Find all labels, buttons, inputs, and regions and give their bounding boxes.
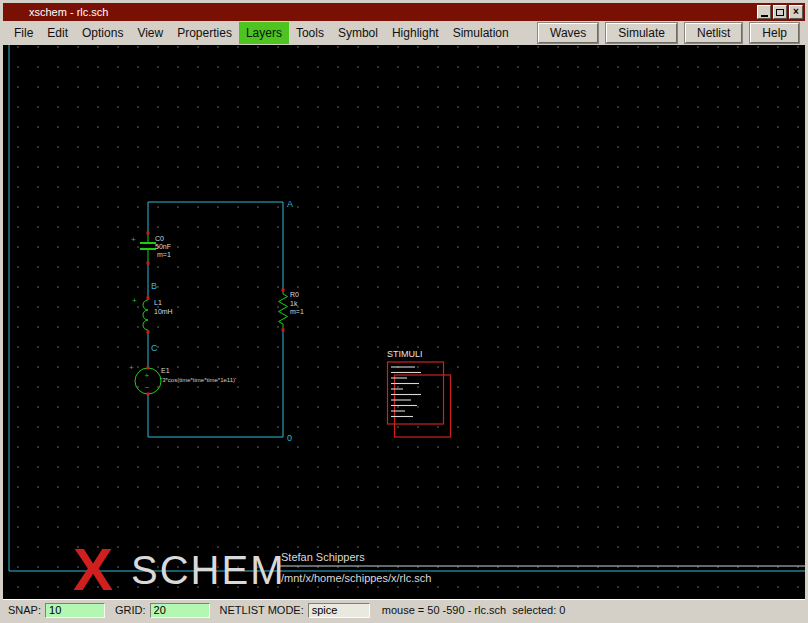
source-plus-mark: + bbox=[129, 363, 134, 372]
resistor-mult: m=1 bbox=[290, 308, 304, 315]
source-value: '3*cos(time*time*time*1e11)' bbox=[161, 377, 236, 383]
source-ref: E1 bbox=[161, 367, 170, 374]
capacitor-plus-mark: + bbox=[131, 235, 136, 244]
menubar: File Edit Options View Properties Layers… bbox=[3, 21, 805, 45]
window-controls: × bbox=[757, 5, 803, 19]
menu-edit[interactable]: Edit bbox=[40, 22, 75, 44]
node-label-0[interactable]: 0 bbox=[287, 433, 292, 443]
menu-highlight[interactable]: Highlight bbox=[385, 22, 446, 44]
menu-simulation[interactable]: Simulation bbox=[446, 22, 516, 44]
node-label-b[interactable]: B bbox=[151, 281, 157, 291]
inductor-symbol[interactable]: + L1 10mH bbox=[132, 296, 173, 334]
schematic-drawing: A B C 0 + C0 50nF m=1 + bbox=[3, 45, 805, 599]
title-block: X SCHEM Stefan Schippers /mnt/x/home/sch… bbox=[73, 536, 431, 599]
menu-view[interactable]: View bbox=[130, 22, 170, 44]
stimuli-symbol[interactable]: STIMULI bbox=[387, 349, 451, 437]
voltage-source-symbol[interactable]: + − + E1 '3*cos(time*time*time*1e11)' bbox=[129, 363, 236, 396]
menu-tools[interactable]: Tools bbox=[289, 22, 331, 44]
menu-options[interactable]: Options bbox=[75, 22, 130, 44]
menu-layers[interactable]: Layers bbox=[239, 22, 289, 44]
waves-button[interactable]: Waves bbox=[538, 23, 598, 43]
grid-input[interactable] bbox=[150, 603, 210, 618]
inductor-pin-top bbox=[147, 297, 150, 300]
schematic-canvas[interactable]: A B C 0 + C0 50nF m=1 + bbox=[3, 45, 805, 599]
capacitor-value: 50nF bbox=[155, 243, 171, 250]
capacitor-pin-top bbox=[147, 232, 150, 235]
grid-label: GRID: bbox=[115, 604, 146, 616]
stimuli-box-outline bbox=[388, 362, 444, 424]
xschem-logo-x: X bbox=[73, 536, 113, 599]
resistor-pin-top bbox=[282, 289, 285, 292]
toolbar-buttons: Waves Simulate Netlist Help bbox=[538, 23, 801, 43]
xschem-window: xschem - rlc.sch × File Edit Options Vie… bbox=[0, 0, 808, 623]
resistor-symbol[interactable]: R0 1k m=1 bbox=[279, 289, 304, 332]
minimize-icon bbox=[761, 15, 768, 17]
maximize-button[interactable] bbox=[773, 5, 787, 19]
author-text: Stefan Schippers bbox=[281, 551, 365, 563]
capacitor-pin-bottom bbox=[147, 262, 150, 265]
source-internal-minus: − bbox=[145, 383, 150, 392]
simulate-button[interactable]: Simulate bbox=[606, 23, 677, 43]
capacitor-ref: C0 bbox=[155, 235, 164, 242]
resistor-ref: R0 bbox=[290, 291, 299, 298]
source-pin-bottom bbox=[147, 393, 150, 396]
statusbar: SNAP: GRID: NETLIST MODE: mouse = 50 -59… bbox=[3, 599, 805, 620]
stimuli-label: STIMULI bbox=[387, 349, 423, 359]
capacitor-symbol[interactable]: + C0 50nF m=1 bbox=[131, 232, 171, 265]
close-icon: × bbox=[793, 7, 799, 17]
inductor-pin-bottom bbox=[147, 331, 150, 334]
menu-properties[interactable]: Properties bbox=[170, 22, 239, 44]
minimize-button[interactable] bbox=[757, 5, 771, 19]
source-internal-plus: + bbox=[145, 371, 150, 380]
source-pin-top bbox=[147, 367, 150, 370]
inductor-plus-mark: + bbox=[132, 296, 137, 305]
snap-label: SNAP: bbox=[8, 604, 41, 616]
snap-input[interactable] bbox=[45, 603, 105, 618]
menu-file[interactable]: File bbox=[7, 22, 40, 44]
file-path-text: /mnt/x/home/schippes/x/rlc.sch bbox=[281, 572, 431, 584]
window-title: xschem - rlc.sch bbox=[29, 6, 108, 18]
resistor-pin-bottom bbox=[282, 329, 285, 332]
close-button[interactable]: × bbox=[789, 5, 803, 19]
resistor-value: 1k bbox=[290, 300, 298, 307]
mouse-status-text: mouse = 50 -590 - rlc.sch selected: 0 bbox=[382, 604, 566, 616]
maximize-icon bbox=[776, 9, 784, 16]
xschem-logo-text: SCHEM bbox=[131, 548, 285, 592]
netlist-mode-input[interactable] bbox=[308, 603, 370, 618]
titlebar[interactable]: xschem - rlc.sch × bbox=[3, 3, 805, 21]
sheet-frame bbox=[9, 45, 805, 571]
wires[interactable] bbox=[148, 202, 283, 437]
inductor-value: 10mH bbox=[154, 308, 173, 315]
node-label-c[interactable]: C bbox=[151, 343, 158, 353]
inductor-ref: L1 bbox=[154, 299, 162, 306]
capacitor-mult: m=1 bbox=[157, 251, 171, 258]
help-button[interactable]: Help bbox=[750, 23, 799, 43]
netlist-button[interactable]: Netlist bbox=[685, 23, 742, 43]
netlist-mode-label: NETLIST MODE: bbox=[220, 604, 304, 616]
node-label-a[interactable]: A bbox=[287, 199, 293, 209]
menu-symbol[interactable]: Symbol bbox=[331, 22, 385, 44]
